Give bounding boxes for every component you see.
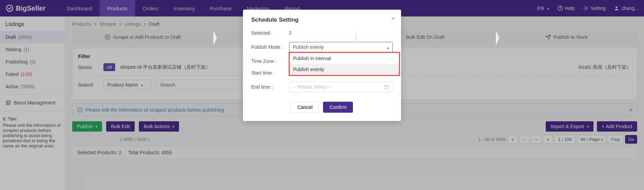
timezone-label: Time Zone : [251, 58, 289, 64]
publish-mode-value: Publish evenly [293, 44, 324, 50]
start-time-label: Start time : [251, 70, 289, 76]
confirm-button[interactable]: Confirm [323, 102, 353, 113]
publish-mode-label: Publish Mode : [251, 44, 289, 50]
publish-mode-select[interactable]: Publish evenly Publish in interval Publi… [289, 42, 393, 52]
selected-label: Selected : [251, 30, 289, 36]
selected-value: 2 [289, 30, 292, 36]
schedule-modal: Schedule Setting × Selected : 2 Publish … [243, 10, 401, 121]
chevron-up-icon [387, 44, 389, 50]
calendar-icon [384, 85, 389, 89]
modal-title: Schedule Setting [251, 16, 393, 23]
svg-rect-14 [385, 85, 389, 89]
end-time-label: End time : [251, 84, 289, 90]
end-time-select[interactable]: -- Please Select -- [289, 82, 393, 92]
publish-mode-dropdown: Publish in interval Publish evenly [289, 52, 400, 76]
end-time-placeholder: -- Please Select -- [293, 84, 331, 90]
dropdown-option-interval[interactable]: Publish in interval [290, 53, 399, 64]
dropdown-option-evenly[interactable]: Publish evenly [290, 64, 399, 75]
modal-close[interactable]: × [391, 15, 395, 22]
cancel-button[interactable]: Cancel [291, 102, 319, 113]
modal-actions: Cancel Confirm [251, 102, 393, 113]
